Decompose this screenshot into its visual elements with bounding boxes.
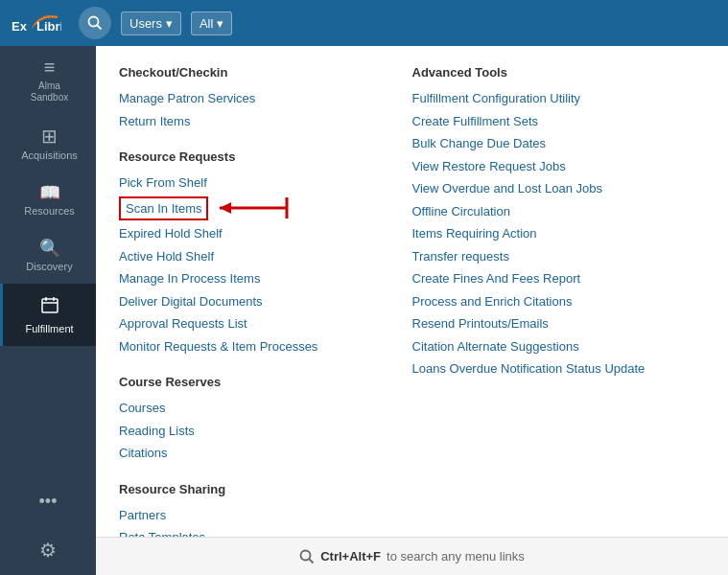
view-restore-request-jobs-link[interactable]: View Restore Request Jobs [412, 155, 687, 178]
citations-link[interactable]: Citations [119, 442, 393, 465]
create-fines-fees-report-link[interactable]: Create Fines And Fees Report [412, 267, 687, 290]
menu-panel: Checkout/Checkin Manage Patron Services … [96, 46, 728, 575]
svg-line-12 [310, 559, 314, 563]
expired-hold-shelf-link[interactable]: Expired Hold Shelf [119, 222, 393, 245]
sidebar: ≡ AlmaSandbox ⊞ Acquisitions 📖 Resources… [0, 46, 96, 575]
fulfillment-svg-icon [39, 295, 60, 316]
scope-dropdown-label: All [200, 16, 213, 31]
acquisitions-icon: ⊞ [41, 126, 58, 146]
scan-in-items-link[interactable]: Scan In Items [119, 196, 208, 221]
citation-alternate-suggestions-link[interactable]: Citation Alternate Suggestions [412, 335, 687, 358]
fulfillment-icon [39, 295, 60, 319]
right-menu-column: Advanced Tools Fulfillment Configuration… [412, 65, 706, 518]
alma-sandbox-icon: ≡ [44, 58, 56, 77]
bottom-search-bar: Ctrl+Alt+F to search any menu links [96, 537, 728, 575]
global-search-button[interactable] [79, 7, 111, 39]
process-enrich-citations-link[interactable]: Process and Enrich Citations [412, 290, 687, 313]
loans-overdue-notification-link[interactable]: Loans Overdue Notification Status Update [412, 357, 687, 380]
items-requiring-action-link[interactable]: Items Requiring Action [412, 222, 687, 245]
svg-marker-9 [220, 202, 231, 214]
create-fulfillment-sets-link[interactable]: Create Fulfillment Sets [412, 110, 687, 133]
sidebar-item-label: Fulfillment [25, 323, 73, 334]
menu-content: Checkout/Checkin Manage Patron Services … [96, 46, 728, 537]
svg-rect-4 [42, 299, 58, 312]
svg-text:Libris: Libris [36, 19, 61, 34]
users-dropdown[interactable]: Users ▾ [121, 12, 181, 35]
sidebar-item-resources[interactable]: 📖 Resources [0, 172, 96, 228]
top-header: Ex Libris Users ▾ All ▾ [0, 0, 728, 46]
checkout-checkin-section-title: Checkout/Checkin [119, 65, 393, 80]
red-arrow [212, 194, 298, 222]
bulk-change-due-dates-link[interactable]: Bulk Change Due Dates [412, 132, 687, 155]
main-layout: ≡ AlmaSandbox ⊞ Acquisitions 📖 Resources… [0, 46, 728, 575]
resource-requests-section-title: Resource Requests [119, 150, 393, 164]
reading-lists-link[interactable]: Reading Lists [119, 420, 393, 443]
sidebar-item-alma-sandbox[interactable]: ≡ AlmaSandbox [0, 46, 96, 115]
svg-point-11 [301, 550, 311, 560]
pick-from-shelf-link[interactable]: Pick From Shelf [119, 172, 393, 195]
arrow-svg [212, 194, 298, 222]
left-menu-column: Checkout/Checkin Manage Patron Services … [119, 65, 412, 518]
fulfillment-config-link[interactable]: Fulfillment Configuration Utility [412, 87, 687, 110]
logo: Ex Libris [12, 10, 61, 36]
rota-templates-link[interactable]: Rota Templates [119, 526, 393, 537]
offline-circulation-link[interactable]: Offline Circulation [412, 200, 687, 223]
active-hold-shelf-link[interactable]: Active Hold Shelf [119, 245, 393, 268]
resources-icon: 📖 [39, 184, 60, 201]
manage-in-process-items-link[interactable]: Manage In Process Items [119, 267, 393, 290]
sidebar-item-label: AlmaSandbox [31, 80, 68, 104]
bottom-search-icon [299, 549, 315, 564]
sidebar-settings-button[interactable]: ⚙ [26, 525, 70, 575]
transfer-requests-link[interactable]: Transfer requests [412, 245, 687, 268]
course-reserves-section-title: Course Reserves [119, 375, 393, 389]
partners-link[interactable]: Partners [119, 504, 393, 527]
scan-in-items-highlighted: Scan In Items [119, 196, 208, 221]
resource-sharing-section-title: Resource Sharing [119, 482, 393, 496]
svg-point-2 [89, 17, 99, 27]
approval-requests-list-link[interactable]: Approval Requests List [119, 312, 393, 335]
sidebar-more-button[interactable]: ••• [26, 478, 71, 525]
advanced-tools-section-title: Advanced Tools [412, 65, 687, 80]
sidebar-item-fulfillment[interactable]: Fulfillment [0, 284, 96, 346]
sidebar-item-label: Acquisitions [21, 150, 78, 161]
chevron-down-icon: ▾ [166, 16, 173, 31]
sidebar-item-discovery[interactable]: 🔍 Discovery [0, 228, 96, 284]
search-hint-text: to search any menu links [387, 549, 525, 564]
monitor-requests-link[interactable]: Monitor Requests & Item Processes [119, 335, 393, 358]
search-icon [87, 15, 103, 31]
svg-text:Ex: Ex [12, 19, 28, 34]
view-overdue-lost-loan-jobs-link[interactable]: View Overdue and Lost Loan Jobs [412, 177, 687, 200]
return-items-link[interactable]: Return Items [119, 110, 393, 133]
users-dropdown-label: Users [129, 16, 162, 31]
keyboard-shortcut: Ctrl+Alt+F [320, 549, 381, 564]
svg-line-3 [98, 26, 102, 30]
sidebar-item-acquisitions[interactable]: ⊞ Acquisitions [0, 115, 96, 172]
resend-printouts-link[interactable]: Resend Printouts/Emails [412, 312, 687, 335]
scope-dropdown[interactable]: All ▾ [191, 12, 232, 35]
courses-link[interactable]: Courses [119, 397, 393, 420]
chevron-down-icon: ▾ [217, 16, 223, 31]
sidebar-item-label: Discovery [26, 261, 72, 272]
discovery-icon: 🔍 [39, 240, 60, 257]
deliver-digital-documents-link[interactable]: Deliver Digital Documents [119, 290, 393, 313]
manage-patron-services-link[interactable]: Manage Patron Services [119, 87, 393, 110]
sidebar-item-label: Resources [24, 205, 75, 217]
exlibris-logo-icon: Ex Libris [12, 10, 61, 36]
